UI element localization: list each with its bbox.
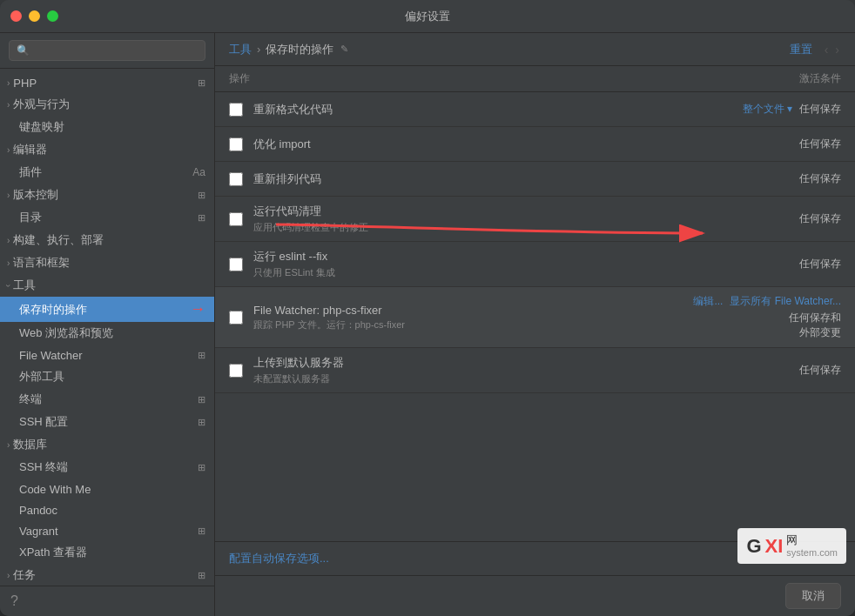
preferences-window: 偏好设置 › PHP ⊞ › 外观与行为 xyxy=(0,0,855,616)
row-checkbox-file-watcher[interactable] xyxy=(229,311,243,325)
table-area: 操作 激活条件 重新格式化代码 整个文件 ▾ 任何保存 xyxy=(215,66,855,541)
sidebar-item-save-actions[interactable]: 保存时的操作 → xyxy=(0,297,214,322)
edit-icon[interactable]: ✎ xyxy=(340,44,348,55)
sidebar-item-keymap[interactable]: 键盘映射 xyxy=(0,116,214,138)
sidebar-item-external-tools[interactable]: 外部工具 xyxy=(0,365,214,388)
configure-link[interactable]: 配置自动保存选项... xyxy=(229,551,329,566)
watermark: G XI 网 system.com xyxy=(737,528,846,564)
sidebar-item-web-browser[interactable]: Web 浏览器和预览 xyxy=(0,322,214,345)
sidebar-item-label: 外观与行为 xyxy=(13,97,70,112)
breadcrumb-parent[interactable]: 工具 xyxy=(229,42,252,57)
back-arrow[interactable]: ‹ xyxy=(823,43,831,57)
sidebar-item-terminal[interactable]: 终端 ⊞ xyxy=(0,388,214,411)
row-checkbox-eslint[interactable] xyxy=(229,258,243,271)
sidebar-item-build[interactable]: › 构建、执行、部署 xyxy=(0,229,214,251)
row-main-label: 运行代码清理 xyxy=(253,204,684,219)
watermark-xi: XI xyxy=(765,535,784,558)
row-checkbox-rearrange[interactable] xyxy=(229,172,243,186)
chevron-icon: › xyxy=(3,284,13,286)
search-box[interactable] xyxy=(0,33,214,69)
row-trigger: 任何保存 xyxy=(684,171,841,186)
close-button[interactable] xyxy=(10,10,22,22)
sidebar-item-ssh-terminal[interactable]: SSH 终端 ⊞ xyxy=(0,456,214,479)
cancel-button[interactable]: 取消 xyxy=(785,583,841,609)
chevron-icon: › xyxy=(7,145,10,155)
sidebar-item-pandoc[interactable]: Pandoc xyxy=(0,499,214,520)
title-bar: 偏好设置 xyxy=(0,0,855,33)
sidebar-item-label: 版本控制 xyxy=(13,187,58,203)
sidebar-item-label: 构建、执行、部署 xyxy=(13,232,104,248)
row-trigger: 任何保存 xyxy=(684,363,841,378)
sidebar-item-label: PHP xyxy=(13,77,37,90)
trigger-label: 任何保存 xyxy=(799,211,841,226)
row-main-label: 重新格式化代码 xyxy=(253,102,684,117)
chevron-icon: › xyxy=(7,236,10,245)
sidebar-item-php[interactable]: › PHP ⊞ xyxy=(0,72,214,93)
row-main-label: 运行 eslint --fix xyxy=(253,249,684,264)
sidebar-item-database[interactable]: › 数据库 xyxy=(0,433,214,456)
row-checkbox-import[interactable] xyxy=(229,137,243,151)
row-content: 上传到默认服务器 未配置默认服务器 xyxy=(253,355,684,385)
sidebar-item-icon: ⊞ xyxy=(198,526,205,537)
sidebar-item-label: XPath 查看器 xyxy=(19,545,87,560)
sidebar-item-label: 外部工具 xyxy=(19,369,64,385)
sidebar-item-languages[interactable]: › 语言和框架 xyxy=(0,251,214,274)
row-checkbox-cleanup[interactable] xyxy=(229,212,243,226)
sidebar-item-editor[interactable]: › 编辑器 xyxy=(0,138,214,161)
reset-button[interactable]: 重置 xyxy=(790,42,812,57)
help-icon[interactable]: ? xyxy=(10,593,18,608)
sidebar-item-icon: ⊞ xyxy=(198,570,205,581)
sidebar-item-vagrant[interactable]: Vagrant ⊞ xyxy=(0,520,214,541)
sidebar-item-icon: ⊞ xyxy=(198,394,205,405)
sidebar-item-label: Web 浏览器和预览 xyxy=(19,325,113,341)
sidebar-item-tools[interactable]: › 工具 xyxy=(0,274,214,297)
sidebar-item-icon: ⊞ xyxy=(198,462,205,473)
sidebar-item-file-watcher[interactable]: File Watcher ⊞ xyxy=(0,345,214,365)
sidebar-item-icon: ⊞ xyxy=(198,77,205,89)
forward-arrow[interactable]: › xyxy=(833,43,841,57)
bottom-bar: 取消 xyxy=(215,575,855,616)
row-sub-label: 只使用 ESLint 集成 xyxy=(253,266,684,279)
sidebar-item-appearance[interactable]: › 外观与行为 xyxy=(0,93,214,116)
sidebar-item-ssh-config[interactable]: SSH 配置 ⊞ xyxy=(0,411,214,433)
edit-link[interactable]: 编辑... xyxy=(693,294,723,309)
row-content: 运行代码清理 应用代码清理检查中的修正 xyxy=(253,204,684,234)
show-all-link[interactable]: 显示所有 File Watcher... xyxy=(730,294,841,309)
table-row: 重新格式化代码 整个文件 ▾ 任何保存 xyxy=(215,92,855,127)
watermark-g: G xyxy=(746,535,761,558)
sidebar-item-vcs[interactable]: › 版本控制 ⊞ xyxy=(0,184,214,206)
sidebar-item-code-with-me[interactable]: Code With Me xyxy=(0,479,214,499)
chevron-icon: › xyxy=(7,571,10,580)
row-sub-label: 跟踪 PHP 文件。运行：php-cs-fixer xyxy=(253,318,684,331)
watermark-sub: system.com xyxy=(786,547,838,559)
row-trigger: 整个文件 ▾ 任何保存 xyxy=(684,102,841,117)
trigger-label: 任何保存 xyxy=(799,102,841,117)
sidebar-item-icon: ⊞ xyxy=(198,212,205,224)
chevron-icon: › xyxy=(7,440,10,450)
row-sub-label: 未配置默认服务器 xyxy=(253,372,684,385)
table-row: 上传到默认服务器 未配置默认服务器 任何保存 xyxy=(215,348,855,393)
row-main-label: File Watcher: php-cs-fixer xyxy=(253,304,684,317)
sidebar-item-directory[interactable]: 目录 ⊞ xyxy=(0,206,214,229)
sidebar-item-tasks[interactable]: › 任务 ⊞ xyxy=(0,564,214,586)
minimize-button[interactable] xyxy=(29,10,40,22)
sidebar-item-label: Vagrant xyxy=(19,525,58,538)
sidebar-item-plugins[interactable]: 插件 Aa xyxy=(0,161,214,184)
sidebar-item-label: Pandoc xyxy=(19,504,57,517)
table-row: 运行代码清理 应用代码清理检查中的修正 任何保存 xyxy=(215,197,855,242)
row-checkbox-reformat[interactable] xyxy=(229,103,243,117)
sidebar-item-label: Code With Me xyxy=(19,483,91,496)
sidebar-list: › PHP ⊞ › 外观与行为 键盘映射 › 编辑器 xyxy=(0,69,214,586)
trigger-dropdown-link[interactable]: 整个文件 ▾ xyxy=(743,102,792,117)
row-checkbox-upload[interactable] xyxy=(229,364,243,378)
sidebar-item-label: 键盘映射 xyxy=(19,119,64,135)
maximize-button[interactable] xyxy=(47,10,58,22)
sidebar-item-xpath[interactable]: XPath 查看器 xyxy=(0,541,214,564)
row-trigger: 任何保存 xyxy=(684,211,841,226)
row-content: File Watcher: php-cs-fixer 跟踪 PHP 文件。运行：… xyxy=(253,304,684,331)
trigger-label: 任何保存 xyxy=(799,257,841,271)
sidebar-item-label: 目录 xyxy=(19,210,42,225)
search-input[interactable] xyxy=(9,40,205,61)
main-content: › PHP ⊞ › 外观与行为 键盘映射 › 编辑器 xyxy=(0,33,855,616)
table-row-file-watcher: File Watcher: php-cs-fixer 跟踪 PHP 文件。运行：… xyxy=(215,287,855,348)
